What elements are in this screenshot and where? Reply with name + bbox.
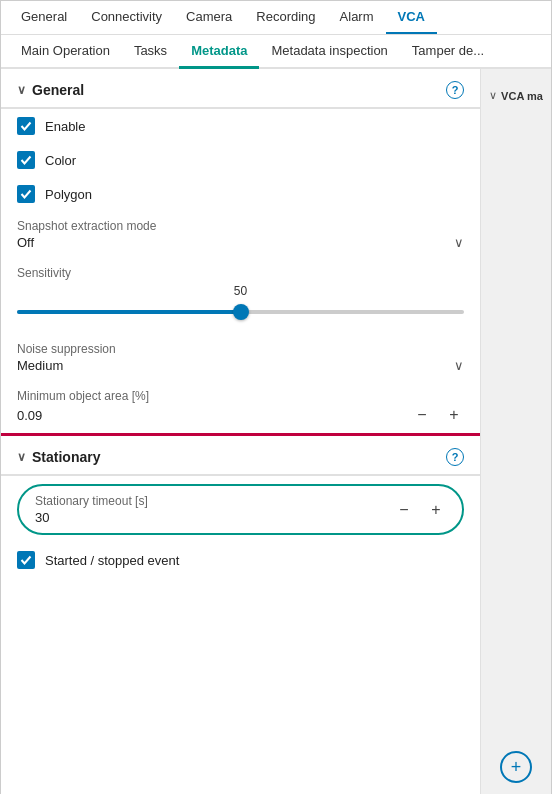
general-section-header: ∨ General ?	[1, 69, 480, 109]
snapshot-dropdown[interactable]: Off ∨	[17, 235, 464, 250]
right-panel-collapse-icon[interactable]: ∨	[489, 89, 497, 102]
slider-track	[17, 310, 464, 314]
subnav-main-operation[interactable]: Main Operation	[9, 35, 122, 69]
started-stopped-checkbox[interactable]	[17, 551, 35, 569]
color-checkbox[interactable]	[17, 151, 35, 169]
nav-recording[interactable]: Recording	[244, 1, 327, 34]
polygon-label: Polygon	[45, 187, 92, 202]
min-object-value: 0.09	[17, 408, 42, 423]
enable-checkbox-row: Enable	[1, 109, 480, 143]
nav-camera[interactable]: Camera	[174, 1, 244, 34]
min-object-increment-button[interactable]: +	[444, 405, 464, 425]
nav-connectivity[interactable]: Connectivity	[79, 1, 174, 34]
started-stopped-row: Started / stopped event	[1, 543, 480, 577]
top-nav: General Connectivity Camera Recording Al…	[1, 1, 551, 35]
sensitivity-slider[interactable]	[17, 302, 464, 322]
add-rule-button[interactable]: +	[500, 751, 532, 783]
stationary-section-header: ∨ Stationary ?	[1, 436, 480, 476]
stationary-help-button[interactable]: ?	[446, 448, 464, 466]
general-header-right: ?	[446, 81, 464, 99]
snapshot-label: Snapshot extraction mode	[17, 219, 464, 233]
snapshot-chevron-icon: ∨	[454, 235, 464, 250]
min-object-decrement-button[interactable]: −	[412, 405, 432, 425]
general-header-left: ∨ General	[17, 82, 84, 98]
snapshot-value: Off	[17, 235, 34, 250]
content-area: ∨ General ? Enable	[1, 69, 551, 794]
stationary-title: Stationary	[32, 449, 100, 465]
timeout-decrement-button[interactable]: −	[394, 500, 414, 520]
min-object-stepper-row: Minimum object area [%] 0.09 − +	[1, 381, 480, 433]
checkmark-icon	[20, 120, 32, 132]
color-checkmark-icon	[20, 154, 32, 166]
slider-fill	[17, 310, 241, 314]
polygon-checkbox-row: Polygon	[1, 177, 480, 211]
right-panel: ∨ VCA ma +	[481, 69, 551, 794]
snapshot-dropdown-row: Snapshot extraction mode Off ∨	[1, 211, 480, 258]
nav-vca[interactable]: VCA	[386, 1, 437, 34]
enable-checkbox[interactable]	[17, 117, 35, 135]
general-help-button[interactable]: ?	[446, 81, 464, 99]
timeout-value: 30	[35, 510, 148, 525]
min-object-value-row: 0.09 − +	[17, 405, 464, 425]
nav-general[interactable]: General	[9, 1, 79, 34]
min-object-stepper-controls: − +	[412, 405, 464, 425]
right-panel-label: VCA ma	[501, 90, 543, 102]
started-stopped-checkmark-icon	[20, 554, 32, 566]
noise-value: Medium	[17, 358, 63, 373]
timeout-label: Stationary timeout [s]	[35, 494, 148, 508]
subnav-tamper[interactable]: Tamper de...	[400, 35, 496, 69]
color-checkbox-row: Color	[1, 143, 480, 177]
general-title: General	[32, 82, 84, 98]
subnav-tasks[interactable]: Tasks	[122, 35, 179, 69]
stationary-collapse-icon[interactable]: ∨	[17, 450, 26, 464]
subnav-metadata[interactable]: Metadata	[179, 35, 259, 69]
noise-label: Noise suppression	[17, 342, 464, 356]
started-stopped-label: Started / stopped event	[45, 553, 179, 568]
timeout-increment-button[interactable]: +	[426, 500, 446, 520]
stationary-timeout-row: Stationary timeout [s] 30 − +	[17, 484, 464, 535]
noise-chevron-icon: ∨	[454, 358, 464, 373]
stationary-header-right: ?	[446, 448, 464, 466]
noise-dropdown[interactable]: Medium ∨	[17, 358, 464, 373]
noise-dropdown-row: Noise suppression Medium ∨	[1, 334, 480, 381]
timeout-inner: Stationary timeout [s] 30	[35, 494, 148, 525]
enable-label: Enable	[45, 119, 85, 134]
stationary-header-left: ∨ Stationary	[17, 449, 100, 465]
sub-nav: Main Operation Tasks Metadata Metadata i…	[1, 35, 551, 69]
subnav-metadata-inspection[interactable]: Metadata inspection	[259, 35, 399, 69]
slider-thumb[interactable]	[233, 304, 249, 320]
app-container: General Connectivity Camera Recording Al…	[0, 0, 552, 794]
sensitivity-section: Sensitivity 50	[1, 258, 480, 334]
polygon-checkmark-icon	[20, 188, 32, 200]
general-collapse-icon[interactable]: ∨	[17, 83, 26, 97]
left-panel: ∨ General ? Enable	[1, 69, 481, 794]
sensitivity-label: Sensitivity	[17, 266, 464, 280]
polygon-checkbox[interactable]	[17, 185, 35, 203]
min-object-label: Minimum object area [%]	[17, 389, 464, 403]
timeout-stepper-controls: − +	[394, 500, 446, 520]
sensitivity-value: 50	[17, 284, 464, 298]
color-label: Color	[45, 153, 76, 168]
nav-alarm[interactable]: Alarm	[328, 1, 386, 34]
